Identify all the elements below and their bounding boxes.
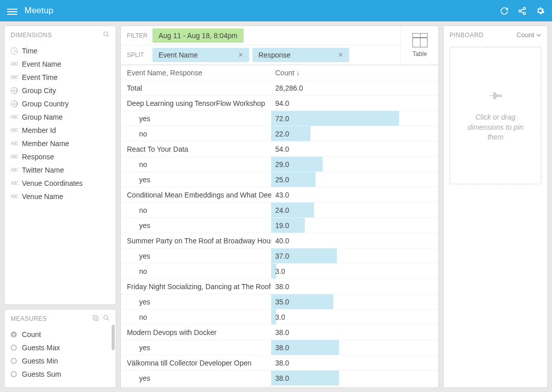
filter-pill-time[interactable]: Aug 11 - Aug 18, 8:04pm [152,29,244,43]
dimension-item[interactable]: Group City [8,84,113,97]
table-row[interactable]: yes 38.0 [121,371,438,386]
filter-label: FILTER [121,32,152,39]
sort-descending-icon: ↓ [296,69,300,77]
table-row[interactable]: React To Your Data 54.0 [121,142,438,157]
dimension-item[interactable]: ABCEvent Time [8,71,113,84]
abc-icon: ABC [11,141,22,146]
split-pill-event-name[interactable]: Event Name× [152,48,249,62]
dimensions-panel: DIMENSIONS TimeABCEvent NameABCEvent Tim… [4,25,116,305]
table-row[interactable]: no 29.0 [121,157,438,172]
table-row[interactable]: yes 35.0 [121,294,438,310]
visualization-selector[interactable]: Table [401,26,438,65]
radio-icon [11,358,17,364]
close-icon[interactable]: × [338,51,343,59]
table-header[interactable]: Event Name, Response Count↓ [121,65,438,80]
table-row[interactable]: no 3.0 [121,310,438,325]
clock-icon [11,47,22,54]
app-header: Meetup [0,0,552,21]
measures-header: MEASURES [11,315,88,322]
table-row[interactable]: yes 38.0 [121,340,438,355]
abc-icon: ABC [11,115,22,120]
multi-select-icon[interactable] [92,315,99,323]
measure-item[interactable]: Guests Max [5,341,116,354]
table-row[interactable]: Conditional Mean Embeddings and What Dee… [121,187,438,203]
settings-icon[interactable] [536,6,545,15]
svg-point-5 [104,316,108,320]
abc-icon: ABC [11,181,22,186]
table-row[interactable]: no 3.0 [121,264,438,279]
pinboard-header: PINBOARD [450,32,516,39]
share-icon[interactable] [518,7,527,15]
abc-icon: ABC [11,194,22,199]
refresh-icon[interactable] [500,7,509,15]
abc-icon: ABC [11,128,22,133]
dimension-item[interactable]: ABCVenue Coordinates [8,177,113,190]
table-icon [412,33,428,47]
table-row[interactable]: yes 25.0 [121,172,438,187]
measures-panel: MEASURES CountGuests MaxGuests MinGuests… [4,309,116,388]
pinboard-dropzone[interactable]: Click or drag dimensions to pin them [450,47,541,184]
table-row[interactable]: yes 19.0 [121,218,438,233]
abc-icon: ABC [11,62,22,67]
dimension-item[interactable]: ABCTwitter Name [8,163,113,177]
radio-icon [11,371,17,377]
query-bar: FILTER Aug 11 - Aug 18, 8:04pm SPLIT Eve… [120,25,439,65]
dimension-item[interactable]: ABCResponse [8,150,113,163]
table-row[interactable]: Summer Party on The Roof at Broadway Hou… [121,233,438,248]
svg-point-0 [523,7,525,9]
data-table[interactable]: Event Name, Response Count↓ Total 28,286… [120,65,439,388]
measure-item[interactable]: Count [5,328,116,341]
split-pill-response[interactable]: Response× [252,48,349,62]
svg-point-3 [104,32,108,36]
table-row[interactable]: Friday Night Socializing, Dancing at The… [121,279,438,294]
menu-icon[interactable] [7,7,17,14]
search-icon[interactable] [103,315,110,323]
globe-icon [11,87,22,94]
close-icon[interactable]: × [239,51,243,59]
table-row[interactable]: no 22.0 [121,126,438,142]
radio-icon [11,345,17,351]
radio-icon [11,331,17,338]
measure-item[interactable]: Guests Sum [5,368,116,381]
total-row[interactable]: Total 28,286.0 [121,80,438,96]
abc-icon: ABC [11,154,22,159]
dimensions-header: DIMENSIONS [11,32,99,39]
table-row[interactable]: Modern Devops with Docker 38.0 [121,325,438,340]
table-row[interactable]: no 24.0 [121,203,438,218]
table-row[interactable]: Deep Learning using TensorFlow Workshop … [121,96,438,111]
abc-icon: ABC [11,75,22,80]
dimension-item[interactable]: Time [8,44,113,58]
pinboard-panel: PINBOARD Count Click or drag dimensions … [443,25,548,388]
table-row[interactable]: yes 37.0 [121,248,438,264]
split-label: SPLIT [121,51,152,59]
measure-item[interactable]: Guests Min [5,354,116,368]
pinboard-hint: Click or drag dimensions to pin them [460,113,531,143]
globe-icon [11,100,22,107]
dimension-item[interactable]: ABCMember Name [8,137,113,150]
dimension-item[interactable]: ABCMember Id [8,124,113,137]
pinboard-measure-selector[interactable]: Count [516,31,541,39]
abc-icon: ABC [11,167,22,173]
dimension-item[interactable]: ABCGroup Name [8,110,113,124]
table-row[interactable]: yes 72.0 [121,111,438,126]
dimension-item[interactable]: ABCEvent Name [8,58,113,71]
dimension-item[interactable]: Group Country [8,97,113,110]
pin-icon [485,87,506,108]
app-title: Meetup [24,6,500,16]
svg-point-1 [519,10,521,12]
table-row[interactable]: Välkomna till Collector Developer Open 3… [121,355,438,371]
dimension-item[interactable]: ABCVenue Name [8,190,113,203]
svg-point-2 [523,12,525,14]
search-icon[interactable] [103,31,110,39]
svg-rect-4 [93,316,97,320]
